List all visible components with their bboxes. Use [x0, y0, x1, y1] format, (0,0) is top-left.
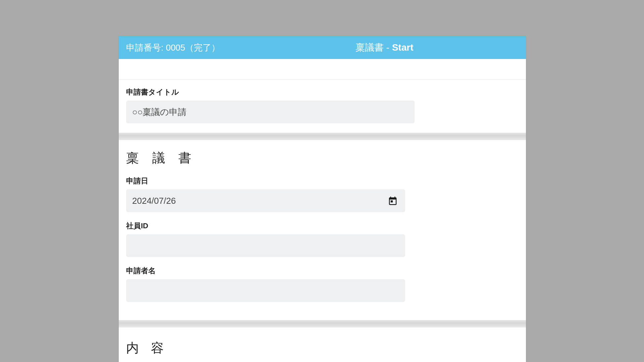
employee-id-label: 社員ID	[126, 221, 519, 231]
header-title: 稟議書 - Start	[220, 41, 519, 54]
application-number: 申請番号: 0005（完了）	[126, 42, 220, 54]
content-section: 内容	[119, 327, 526, 362]
employee-id-input[interactable]	[126, 234, 405, 257]
title-section: 申請書タイトル ○○稟議の申請	[119, 80, 526, 133]
applicant-name-input[interactable]	[126, 279, 405, 302]
application-date-value: 2024/07/26	[132, 196, 176, 206]
application-date-label: 申請日	[126, 176, 519, 186]
form-container: 申請番号: 0005（完了） 稟議書 - Start 申請書タイトル ○○稟議の…	[119, 36, 526, 362]
content-heading: 内容	[126, 340, 519, 357]
application-title-value: ○○稟議の申請	[132, 106, 186, 118]
section-divider-2	[119, 320, 526, 327]
header-title-prefix: 稟議書 -	[356, 42, 392, 53]
application-title-label: 申請書タイトル	[126, 87, 519, 97]
ringi-heading: 稟議書	[126, 149, 519, 167]
section-divider	[119, 133, 526, 140]
ringi-section: 稟議書 申請日 2024/07/26 社員ID	[119, 140, 526, 320]
header-bar: 申請番号: 0005（完了） 稟議書 - Start	[119, 36, 526, 59]
applicant-name-label: 申請者名	[126, 266, 519, 276]
calendar-icon[interactable]	[388, 196, 398, 206]
toolbar-spacer	[119, 59, 526, 80]
application-title-input[interactable]: ○○稟議の申請	[126, 101, 415, 123]
header-title-bold: Start	[392, 42, 414, 53]
application-date-input[interactable]: 2024/07/26	[126, 189, 405, 212]
